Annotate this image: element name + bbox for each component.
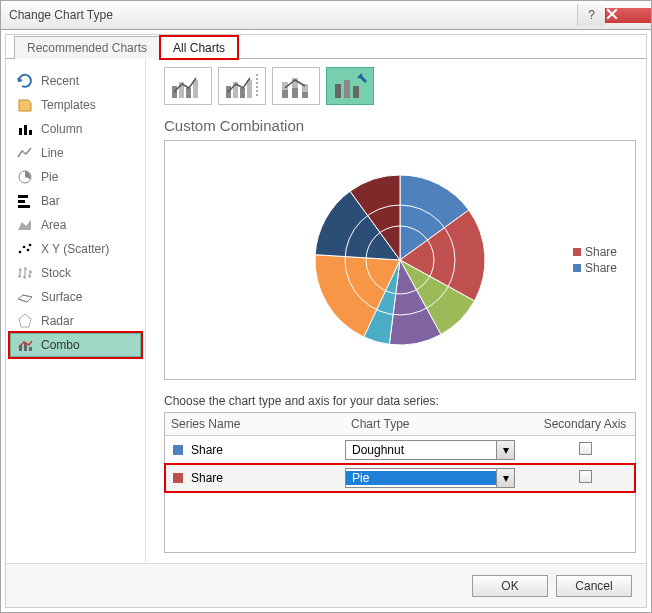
secondary-axis-check-1[interactable] (579, 470, 592, 483)
sidebar-item-label: X Y (Scatter) (41, 242, 109, 256)
svg-rect-24 (282, 90, 288, 98)
sidebar-item-combo[interactable]: Combo (10, 333, 141, 357)
chart-type-value-1: Pie (346, 471, 496, 485)
sidebar-item-label: Templates (41, 98, 96, 112)
bar-icon (17, 193, 33, 209)
titlebar: Change Chart Type ? (0, 0, 652, 30)
tab-recommended-label: Recommended Charts (27, 41, 147, 55)
svg-rect-13 (29, 347, 32, 351)
secondary-axis-check-0[interactable] (579, 442, 592, 455)
sidebar-item-label: Combo (41, 338, 80, 352)
svg-point-9 (27, 249, 30, 252)
legend: Share Share (573, 243, 617, 277)
templates-icon (17, 97, 33, 113)
header-chart-type: Chart Type (345, 413, 535, 435)
svg-rect-28 (302, 92, 308, 98)
svg-point-10 (29, 244, 32, 247)
sidebar-item-stock[interactable]: Stock (10, 261, 141, 285)
sidebar-item-label: Surface (41, 290, 82, 304)
series-grid-header: Series Name Chart Type Secondary Axis (165, 413, 635, 436)
svg-rect-1 (24, 125, 27, 135)
surface-icon (17, 289, 33, 305)
sidebar-item-label: Stock (41, 266, 71, 280)
svg-rect-6 (18, 205, 30, 208)
combo-subtype-row (164, 67, 636, 105)
series-swatch-0 (173, 445, 183, 455)
sidebar-item-line[interactable]: Line (10, 141, 141, 165)
tab-recommended[interactable]: Recommended Charts (14, 36, 160, 59)
svg-rect-4 (18, 195, 28, 198)
legend-label-1: Share (585, 261, 617, 275)
svg-rect-21 (247, 80, 252, 98)
close-button[interactable] (605, 8, 651, 23)
ok-button[interactable]: OK (472, 575, 548, 597)
area-icon (17, 217, 33, 233)
svg-rect-20 (240, 88, 245, 98)
svg-rect-30 (344, 80, 350, 98)
radar-icon (17, 313, 33, 329)
combo-icon (17, 337, 33, 353)
svg-rect-26 (292, 88, 298, 98)
sidebar-item-templates[interactable]: Templates (10, 93, 141, 117)
chart-category-list: Recent Templates Column Line Pie Bar (6, 59, 146, 563)
sidebar-item-area[interactable]: Area (10, 213, 141, 237)
subtype-title: Custom Combination (164, 117, 636, 134)
svg-point-8 (23, 246, 26, 249)
help-button[interactable]: ? (577, 4, 605, 26)
sidebar-item-scatter[interactable]: X Y (Scatter) (10, 237, 141, 261)
sidebar-item-label: Pie (41, 170, 58, 184)
series-grid: Series Name Chart Type Secondary Axis Sh… (164, 412, 636, 553)
tab-strip: Recommended Charts All Charts (6, 35, 646, 59)
header-series-name: Series Name (165, 413, 345, 435)
svg-rect-17 (193, 80, 198, 98)
header-secondary-axis: Secondary Axis (535, 413, 635, 435)
sidebar-item-pie[interactable]: Pie (10, 165, 141, 189)
sidebar-item-surface[interactable]: Surface (10, 285, 141, 309)
scatter-icon (17, 241, 33, 257)
column-icon (17, 121, 33, 137)
sidebar-item-label: Column (41, 122, 82, 136)
line-icon (17, 145, 33, 161)
chart-type-select-1[interactable]: Pie ▾ (345, 468, 515, 488)
subtype-clustered-line[interactable] (164, 67, 212, 105)
series-grid-empty (165, 492, 635, 552)
subtype-stacked-line[interactable] (272, 67, 320, 105)
stock-icon (17, 265, 33, 281)
sidebar-item-label: Area (41, 218, 66, 232)
sidebar-item-label: Radar (41, 314, 74, 328)
sidebar-item-label: Bar (41, 194, 60, 208)
svg-rect-31 (353, 86, 359, 98)
subtype-custom[interactable] (326, 67, 374, 105)
series-swatch-1 (173, 473, 183, 483)
sidebar-item-radar[interactable]: Radar (10, 309, 141, 333)
sidebar-item-label: Recent (41, 74, 79, 88)
sidebar-item-column[interactable]: Column (10, 117, 141, 141)
svg-rect-5 (18, 200, 25, 203)
svg-rect-29 (335, 84, 341, 98)
svg-point-7 (19, 251, 22, 254)
chevron-down-icon: ▾ (496, 469, 514, 487)
series-section-title: Choose the chart type and axis for your … (164, 394, 636, 408)
chart-type-select-0[interactable]: Doughnut ▾ (345, 440, 515, 460)
tab-all-charts[interactable]: All Charts (160, 36, 238, 59)
chart-preview: Share Share (164, 140, 636, 380)
window-title: Change Chart Type (9, 8, 577, 22)
legend-label-0: Share (585, 245, 617, 259)
subtype-clustered-line-secondary[interactable] (218, 67, 266, 105)
series-name-1: Share (191, 471, 223, 485)
sidebar-item-recent[interactable]: Recent (10, 69, 141, 93)
svg-rect-16 (186, 88, 191, 98)
tab-all-charts-label: All Charts (173, 41, 225, 55)
sidebar-item-bar[interactable]: Bar (10, 189, 141, 213)
pie-chart (290, 165, 510, 355)
recent-icon (17, 73, 33, 89)
main-panel: Custom Combination Share Share Choose th… (146, 59, 646, 563)
chart-type-value-0: Doughnut (346, 443, 496, 457)
pie-icon (17, 169, 33, 185)
sidebar-item-label: Line (41, 146, 64, 160)
series-row-1: Share Pie ▾ (165, 464, 635, 492)
series-name-0: Share (191, 443, 223, 457)
chevron-down-icon: ▾ (496, 441, 514, 459)
cancel-button[interactable]: Cancel (556, 575, 632, 597)
series-row-0: Share Doughnut ▾ (165, 436, 635, 464)
